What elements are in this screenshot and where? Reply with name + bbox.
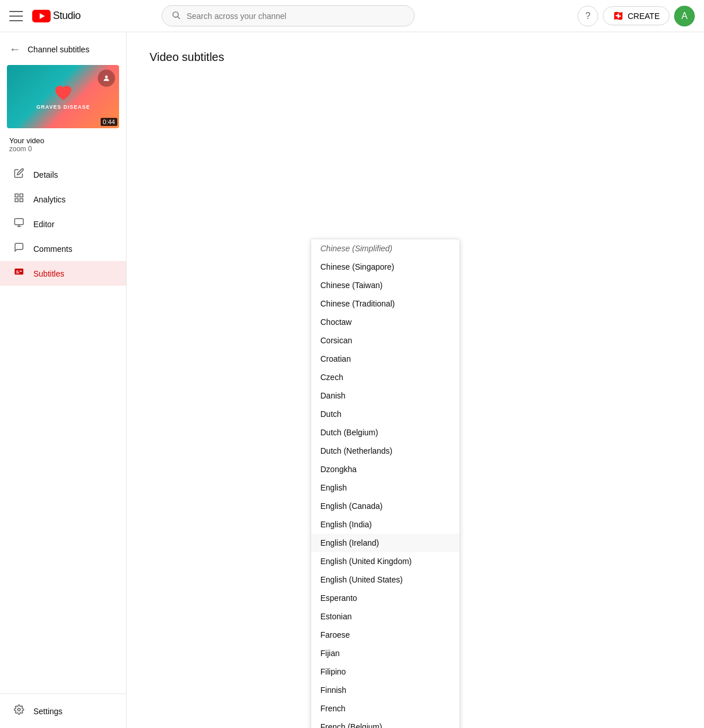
dropdown-item-french-belgium[interactable]: French (Belgium) <box>311 718 460 728</box>
settings-label: Settings <box>33 707 63 716</box>
dropdown-item-dutch-netherlands[interactable]: Dutch (Netherlands) <box>311 442 460 460</box>
search-icon <box>171 10 181 21</box>
back-icon: ← <box>9 43 21 56</box>
svg-line-3 <box>178 17 180 19</box>
dropdown-item-faroese[interactable]: Faroese <box>311 626 460 644</box>
editor-icon <box>14 217 24 231</box>
video-title: Your video <box>9 136 117 145</box>
dropdown-item-corsican[interactable]: Corsican <box>311 331 460 350</box>
dropdown-item-czech[interactable]: Czech <box>311 368 460 386</box>
header: Studio ? 🇨🇭 CREATE A <box>0 0 704 32</box>
svg-point-4 <box>105 75 108 78</box>
svg-point-14 <box>18 708 21 711</box>
svg-rect-12 <box>20 271 22 272</box>
editor-label: Editor <box>33 220 55 229</box>
svg-rect-5 <box>15 194 18 197</box>
analytics-label: Analytics <box>33 195 66 204</box>
comments-icon <box>14 242 24 255</box>
thumb-video-title: GRAVES DISEASE <box>36 104 90 110</box>
dropdown-item-english-uk[interactable]: English (United Kingdom) <box>311 552 460 570</box>
dropdown-item-chinese-taiwan[interactable]: Chinese (Taiwan) <box>311 276 460 294</box>
dropdown-item-fijian[interactable]: Fijian <box>311 644 460 662</box>
create-button[interactable]: 🇨🇭 CREATE <box>603 6 669 25</box>
dropdown-item-english[interactable]: English <box>311 478 460 497</box>
sidebar-bottom: Settings <box>0 693 126 728</box>
svg-rect-6 <box>20 194 23 197</box>
search-input[interactable] <box>186 12 405 21</box>
sidebar-item-details[interactable]: Details <box>0 162 126 187</box>
channel-subtitles-label: Channel subtitles <box>28 45 89 54</box>
language-dropdown-container: Chinese (Simplified)Chinese (Singapore)C… <box>150 78 460 728</box>
video-thumb-image: GRAVES DISEASE 0:44 <box>7 65 119 128</box>
details-icon <box>14 168 24 181</box>
help-button[interactable]: ? <box>577 6 598 26</box>
sidebar-item-editor[interactable]: Editor <box>0 212 126 236</box>
dropdown-item-esperanto[interactable]: Esperanto <box>311 589 460 607</box>
svg-rect-13 <box>16 273 20 274</box>
dropdown-item-finnish[interactable]: Finnish <box>311 681 460 699</box>
dropdown-item-english-us[interactable]: English (United States) <box>311 570 460 589</box>
settings-icon <box>14 704 24 718</box>
sidebar-nav: Details Analytics Editor <box>0 158 126 290</box>
sidebar: ← Channel subtitles GRAVES DISEASE 0:44 <box>0 32 127 728</box>
sidebar-item-settings[interactable]: Settings <box>0 699 126 723</box>
create-label: CREATE <box>628 12 660 21</box>
dropdown-item-english-india[interactable]: English (India) <box>311 515 460 534</box>
dropdown-item-choctaw[interactable]: Choctaw <box>311 313 460 331</box>
dropdown-item-estonian[interactable]: Estonian <box>311 607 460 626</box>
heart-icon <box>54 84 72 102</box>
video-duration: 0:44 <box>101 118 117 126</box>
svg-rect-11 <box>16 271 19 272</box>
dropdown-item-chinese-singapore[interactable]: Chinese (Singapore) <box>311 258 460 276</box>
video-info: Your video zoom 0 <box>0 134 126 158</box>
dropdown-item-french[interactable]: French <box>311 699 460 718</box>
layout: ← Channel subtitles GRAVES DISEASE 0:44 <box>0 32 704 728</box>
avatar[interactable]: A <box>674 6 695 26</box>
page-title: Video subtitles <box>150 51 681 64</box>
dropdown-item-filipino[interactable]: Filipino <box>311 662 460 681</box>
subtitles-icon <box>14 267 24 280</box>
details-label: Details <box>33 170 58 179</box>
sidebar-item-comments[interactable]: Comments <box>0 236 126 261</box>
dropdown-item-english-canada[interactable]: English (Canada) <box>311 497 460 515</box>
svg-rect-7 <box>15 199 18 202</box>
dropdown-item-chinese-traditional[interactable]: Chinese (Traditional) <box>311 294 460 313</box>
svg-rect-8 <box>20 199 23 202</box>
subtitles-label: Subtitles <box>33 269 64 278</box>
studio-label: Studio <box>53 10 81 22</box>
svg-point-2 <box>173 12 178 17</box>
dropdown-item-danish[interactable]: Danish <box>311 386 460 405</box>
search-bar <box>162 5 415 26</box>
dropdown-item-english-ireland[interactable]: English (Ireland) <box>311 534 460 552</box>
create-flag-icon: 🇨🇭 <box>613 10 624 21</box>
main-content: Video subtitles Chinese (Simplified)Chin… <box>127 32 704 728</box>
svg-rect-10 <box>15 269 24 275</box>
language-dropdown-list: Chinese (Simplified)Chinese (Singapore)C… <box>311 239 460 728</box>
sidebar-item-analytics[interactable]: Analytics <box>0 187 126 212</box>
dropdown-item-dutch[interactable]: Dutch <box>311 405 460 423</box>
logo[interactable]: Studio <box>32 10 81 22</box>
youtube-logo-icon <box>32 10 51 22</box>
analytics-icon <box>14 193 24 206</box>
comments-label: Comments <box>33 244 72 254</box>
hamburger-menu[interactable] <box>9 9 23 23</box>
dropdown-item-chinese-simplified-truncated[interactable]: Chinese (Simplified) <box>311 239 460 258</box>
sidebar-back[interactable]: ← Channel subtitles <box>0 37 126 65</box>
person-icon <box>98 70 115 87</box>
sidebar-item-subtitles[interactable]: Subtitles <box>0 261 126 286</box>
header-left: Studio <box>9 9 81 23</box>
svg-rect-9 <box>15 219 24 225</box>
dropdown-item-dzongkha[interactable]: Dzongkha <box>311 460 460 478</box>
header-right: ? 🇨🇭 CREATE A <box>577 6 695 26</box>
dropdown-item-croatian[interactable]: Croatian <box>311 350 460 368</box>
video-subtitle: zoom 0 <box>9 145 117 153</box>
video-thumbnail: GRAVES DISEASE 0:44 <box>7 65 119 128</box>
dropdown-item-dutch-belgium[interactable]: Dutch (Belgium) <box>311 423 460 442</box>
